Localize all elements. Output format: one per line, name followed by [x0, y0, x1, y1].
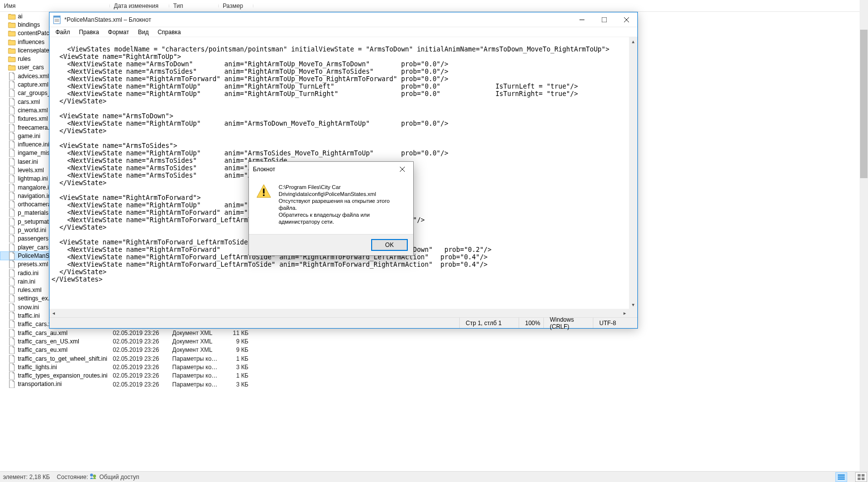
svg-rect-10	[53, 16, 60, 17]
file-date: 02.05.2019 23:26	[110, 372, 169, 379]
view-large-button[interactable]	[855, 472, 867, 482]
file-name: traffic_lights.ini	[18, 364, 57, 371]
file-icon	[8, 303, 16, 311]
file-icon	[8, 329, 16, 337]
file-size: 1 КБ	[219, 355, 253, 362]
folder-icon	[8, 12, 16, 20]
svg-rect-8	[862, 478, 865, 480]
dialog-line: Отсутствуют разрешения на открытие этого…	[279, 197, 406, 211]
col-header-date[interactable]: Дата изменения	[110, 2, 169, 9]
file-name: cinema.xml	[18, 107, 48, 114]
detail-row[interactable]: 02.05.2019 23:26Параметры конф...3 КБ	[110, 363, 253, 371]
file-row[interactable]: traffic_lights.ini	[0, 363, 110, 371]
file-date: 02.05.2019 23:26	[110, 381, 169, 388]
explorer-scrollbar[interactable]	[860, 0, 868, 475]
file-row[interactable]: traffic_cars_to_get_wheel_shift.ini	[0, 354, 110, 363]
folder-icon	[8, 38, 16, 46]
file-icon	[8, 337, 16, 345]
menu-правка[interactable]: Правка	[75, 28, 103, 37]
file-icon	[8, 269, 16, 277]
folder-name: bindings	[18, 21, 40, 28]
file-row[interactable]: traffic_cars_eu.xml	[0, 346, 110, 354]
file-size: 9 КБ	[219, 338, 253, 345]
folder-icon	[8, 47, 16, 54]
file-date: 02.05.2019 23:26	[110, 364, 169, 371]
file-name: lightmap.ini	[18, 175, 48, 182]
svg-rect-4	[838, 479, 845, 480]
file-name: p_world.ini	[18, 227, 46, 234]
file-name: fixtures.xml	[18, 115, 48, 122]
file-row[interactable]: traffic_types_expansion_routes.ini	[0, 371, 110, 380]
detail-row[interactable]: 02.05.2019 23:26Параметры конф...1 КБ	[110, 354, 253, 363]
file-row[interactable]: traffic_cars_au.xml	[0, 329, 110, 337]
file-type: Документ XML	[169, 330, 219, 337]
file-icon	[8, 209, 16, 217]
file-row[interactable]: traffic_cars_en_US.xml	[0, 337, 110, 345]
file-icon	[8, 355, 16, 363]
menu-формат[interactable]: Формат	[104, 28, 133, 37]
dialog-close-button[interactable]	[391, 162, 413, 177]
file-icon	[8, 278, 16, 286]
file-details: 02.05.2019 23:26Документ XML11 КБ02.05.2…	[110, 329, 253, 388]
file-icon	[8, 252, 16, 260]
file-size: 3 КБ	[219, 381, 253, 388]
menu-справка[interactable]: Справка	[153, 28, 185, 37]
notepad-titlebar[interactable]: *PoliceManStates.xml – Блокнот	[49, 12, 637, 27]
file-icon	[8, 200, 16, 208]
menu-файл[interactable]: Файл	[51, 28, 74, 37]
detail-row[interactable]: 02.05.2019 23:26Параметры конф...3 КБ	[110, 380, 253, 388]
file-name: mangalore.ini	[18, 184, 53, 191]
file-icon	[8, 158, 16, 166]
file-date: 02.05.2019 23:26	[110, 338, 169, 345]
view-details-button[interactable]	[835, 472, 847, 482]
file-name: radio.ini	[18, 270, 39, 277]
maximize-button[interactable]	[593, 12, 615, 27]
detail-row[interactable]: 02.05.2019 23:26Параметры конф...1 КБ	[110, 372, 253, 380]
file-icon	[8, 235, 16, 242]
col-header-type[interactable]: Тип	[169, 2, 219, 9]
file-type: Параметры конф...	[169, 381, 219, 388]
svg-rect-21	[263, 194, 265, 196]
status-pos: Стр 1, стлб 1	[459, 318, 519, 328]
file-row[interactable]: transportation.ini	[0, 380, 110, 388]
col-header-size[interactable]: Размер	[219, 2, 253, 9]
editor-hscroll[interactable]: ◂ ▸	[49, 309, 629, 317]
svg-point-0	[90, 474, 93, 477]
file-size: 1 КБ	[219, 372, 253, 379]
file-icon	[8, 106, 16, 114]
file-name: traffic_cars_eu.xml	[18, 346, 67, 353]
detail-row[interactable]: 02.05.2019 23:26Документ XML9 КБ	[110, 346, 253, 354]
file-name: traffic_cars_en_US.xml	[18, 338, 79, 345]
minimize-button[interactable]	[571, 12, 593, 27]
svg-rect-3	[838, 477, 845, 478]
file-name: influence.ini	[18, 141, 49, 148]
editor-vscroll[interactable]: ▴ ▾	[629, 37, 637, 309]
file-icon	[8, 141, 16, 148]
file-icon	[8, 218, 16, 226]
dialog-titlebar[interactable]: Блокнот	[249, 162, 413, 177]
notepad-icon	[52, 15, 61, 24]
file-name: levels.xml	[18, 167, 44, 174]
detail-row[interactable]: 02.05.2019 23:26Документ XML11 КБ	[110, 329, 253, 337]
file-size: 3 КБ	[219, 364, 253, 371]
file-icon	[8, 294, 16, 302]
scroll-left-icon[interactable]: ◂	[49, 309, 58, 317]
col-header-name[interactable]: Имя	[0, 2, 110, 9]
folder-name: licenseplates	[18, 47, 52, 54]
folder-icon	[8, 63, 16, 71]
file-icon	[8, 132, 16, 140]
ok-button[interactable]: OK	[372, 240, 407, 250]
scroll-down-icon[interactable]: ▾	[629, 300, 637, 309]
folder-name: influences	[18, 39, 45, 46]
file-icon	[8, 184, 16, 192]
scroll-up-icon[interactable]: ▴	[629, 37, 637, 46]
file-name: rules.xml	[18, 287, 42, 293]
scrollbar-thumb[interactable]	[860, 30, 868, 178]
file-type: Документ XML	[169, 346, 219, 353]
close-button[interactable]	[615, 12, 637, 27]
detail-row[interactable]: 02.05.2019 23:26Документ XML9 КБ	[110, 337, 253, 345]
menu-вид[interactable]: Вид	[134, 28, 153, 37]
folder-name: user_cars	[18, 64, 44, 71]
scroll-right-icon[interactable]: ▸	[621, 309, 629, 317]
file-icon	[8, 166, 16, 174]
